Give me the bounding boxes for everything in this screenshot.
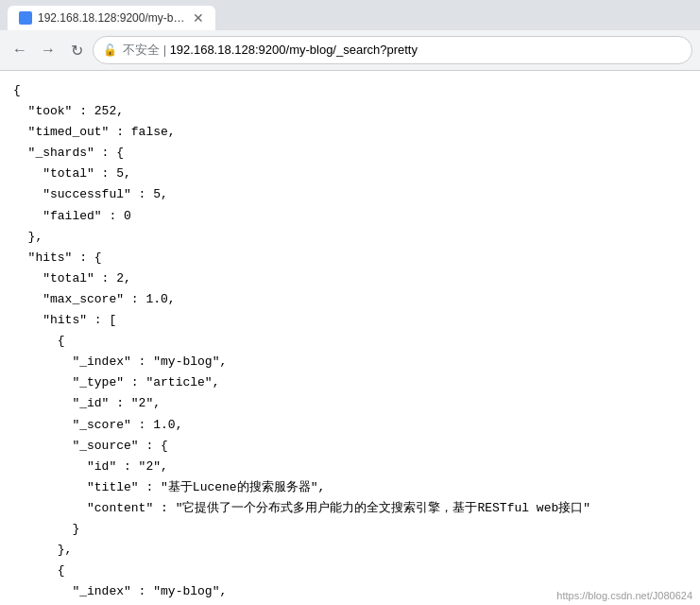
json-response-content: { "took" : 252, "timed_out" : false, "_s… bbox=[0, 71, 700, 605]
tab-close-button[interactable]: ✕ bbox=[193, 11, 204, 25]
security-icon: 🔓 bbox=[103, 43, 117, 57]
tab-title: 192.168.18.128:9200/my-blog/_search?pret… bbox=[38, 11, 187, 25]
address-text: 不安全 | 192.168.18.128:9200/my-blog/_searc… bbox=[123, 42, 682, 59]
watermark: https://blog.csdn.net/J080624 bbox=[556, 590, 692, 601]
nav-bar: ← → ↻ 🔓 不安全 | 192.168.18.128:9200/my-blo… bbox=[0, 30, 700, 70]
browser-chrome: 192.168.18.128:9200/my-blog/_search?pret… bbox=[0, 0, 700, 71]
address-bar[interactable]: 🔓 不安全 | 192.168.18.128:9200/my-blog/_sea… bbox=[93, 36, 692, 64]
tab-bar: 192.168.18.128:9200/my-blog/_search?pret… bbox=[0, 0, 700, 30]
tab-favicon bbox=[19, 11, 32, 25]
reload-button[interactable]: ↻ bbox=[64, 38, 89, 62]
address-url: 192.168.18.128:9200/my-blog/_search?pret… bbox=[170, 43, 418, 57]
forward-button[interactable]: → bbox=[36, 38, 60, 62]
address-separator: | bbox=[163, 43, 170, 57]
browser-tab[interactable]: 192.168.18.128:9200/my-blog/_search?pret… bbox=[8, 6, 215, 30]
back-button[interactable]: ← bbox=[8, 38, 32, 62]
address-protocol: 不安全 bbox=[123, 43, 160, 57]
